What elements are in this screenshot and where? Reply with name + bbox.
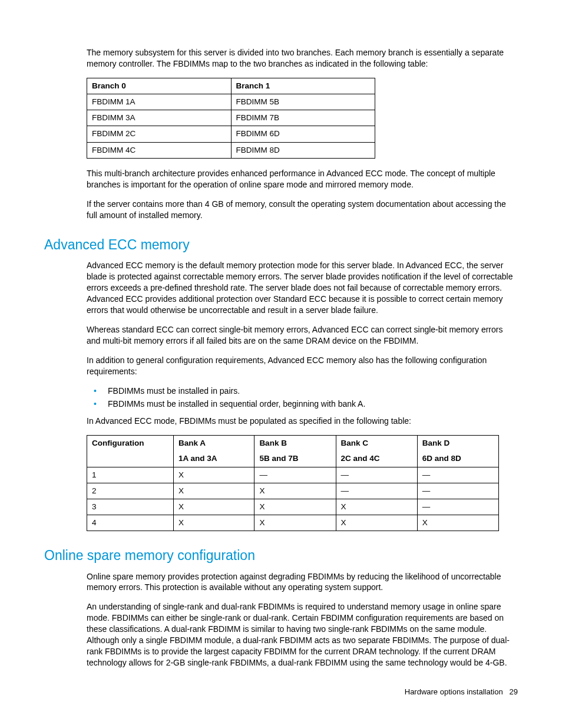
footer-page-number: 29 — [510, 687, 518, 696]
online-spare-block: Online spare memory provides protection … — [87, 571, 518, 668]
branch-1-header: Branch 1 — [231, 78, 375, 94]
intro-paragraph-3: If the server contains more than 4 GB of… — [87, 199, 518, 221]
cell: 1 — [87, 467, 174, 483]
list-item: FBDIMMs must be installed in sequential … — [87, 398, 518, 410]
cell: X — [417, 515, 498, 531]
cell: X — [174, 467, 254, 483]
cell: X — [174, 499, 254, 515]
footer-section: Hardware options installation — [405, 687, 503, 696]
intro-paragraph-2: This multi-branch architecture provides … — [87, 168, 518, 190]
cell: 2 — [87, 483, 174, 499]
cell: X — [336, 499, 417, 515]
table-header-row: Branch 0 Branch 1 — [87, 78, 375, 94]
cell: FBDIMM 7B — [231, 110, 375, 126]
table-row: 4 X X X X — [87, 515, 499, 531]
advanced-ecc-heading: Advanced ECC memory — [44, 236, 518, 254]
cell: X — [254, 499, 336, 515]
cell: FBDIMM 8D — [231, 142, 375, 158]
table-row: FBDIMM 1A FBDIMM 5B — [87, 94, 375, 110]
branch-table: Branch 0 Branch 1 FBDIMM 1A FBDIMM 5B FB… — [87, 78, 375, 159]
cell: — — [417, 483, 498, 499]
intro-block: The memory subsystem for this server is … — [87, 47, 518, 220]
bank-b-sub: 5B and 7B — [254, 451, 336, 467]
cell: X — [254, 483, 336, 499]
cell: FBDIMM 5B — [231, 94, 375, 110]
bank-d-sub: 6D and 8D — [417, 451, 498, 467]
bank-b-header: Bank B — [254, 436, 336, 452]
cell: FBDIMM 4C — [87, 142, 232, 158]
page-content: The memory subsystem for this server is … — [0, 0, 562, 712]
cell: — — [336, 483, 417, 499]
adv-ecc-paragraph-1: Advanced ECC memory is the default memor… — [87, 260, 518, 315]
cell: — — [417, 467, 498, 483]
advanced-ecc-block: Advanced ECC memory is the default memor… — [87, 260, 518, 531]
cell: FBDIMM 6D — [231, 126, 375, 142]
config-table: Configuration Bank A Bank B Bank C Bank … — [87, 435, 499, 531]
online-spare-paragraph-2: An understanding of single-rank and dual… — [87, 601, 518, 668]
cell: — — [336, 467, 417, 483]
cell: X — [174, 483, 254, 499]
adv-ecc-paragraph-2: Whereas standard ECC can correct single-… — [87, 324, 518, 347]
cell: X — [336, 515, 417, 531]
cell: — — [254, 467, 336, 483]
cell: — — [417, 499, 498, 515]
cell: X — [174, 515, 254, 531]
bank-c-sub: 2C and 4C — [336, 451, 417, 467]
bank-a-header: Bank A — [174, 436, 254, 452]
cell: FBDIMM 2C — [87, 126, 232, 142]
list-item: FBDIMMs must be installed in pairs. — [87, 386, 518, 397]
cell: 4 — [87, 515, 174, 531]
adv-ecc-paragraph-3: In addition to general configuration req… — [87, 355, 518, 377]
bank-c-header: Bank C — [336, 436, 417, 452]
intro-paragraph-1: The memory subsystem for this server is … — [87, 47, 518, 70]
online-spare-paragraph-1: Online spare memory provides protection … — [87, 571, 518, 594]
bank-a-sub: 1A and 3A — [174, 451, 254, 467]
config-header: Configuration — [87, 436, 174, 467]
adv-ecc-bullets: FBDIMMs must be installed in pairs. FBDI… — [87, 386, 518, 410]
branch-0-header: Branch 0 — [87, 78, 232, 94]
table-row: 2 X X — — — [87, 483, 499, 499]
cell: FBDIMM 1A — [87, 94, 232, 110]
cell: FBDIMM 3A — [87, 110, 232, 126]
table-row: FBDIMM 2C FBDIMM 6D — [87, 126, 375, 142]
online-spare-heading: Online spare memory configuration — [44, 546, 518, 565]
cell: X — [254, 515, 336, 531]
table-row: 3 X X X — — [87, 499, 499, 515]
table-row: FBDIMM 4C FBDIMM 8D — [87, 142, 375, 158]
page-footer: Hardware options installation 29 — [405, 687, 518, 697]
table-header-row: Configuration Bank A Bank B Bank C Bank … — [87, 436, 499, 452]
adv-ecc-paragraph-4: In Advanced ECC mode, FBDIMMs must be po… — [87, 416, 518, 427]
table-row: 1 X — — — — [87, 467, 499, 483]
cell: 3 — [87, 499, 174, 515]
bank-d-header: Bank D — [417, 436, 498, 452]
table-row: FBDIMM 3A FBDIMM 7B — [87, 110, 375, 126]
